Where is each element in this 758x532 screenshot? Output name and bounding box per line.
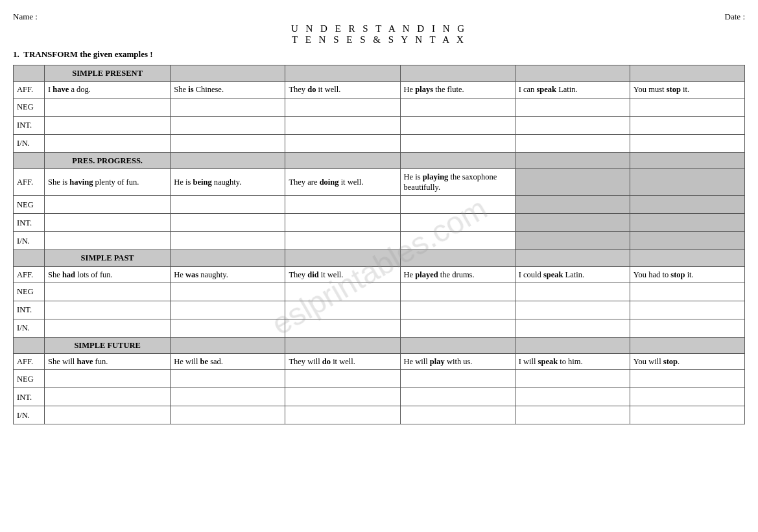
row-empty-col-2-pres-progress-0[interactable] [171, 214, 285, 232]
row-empty-example-3-pres-progress[interactable] [45, 232, 171, 250]
row-empty-example-1-simple-present[interactable] [45, 98, 171, 116]
row-empty-col-2-pres-progress-1[interactable] [285, 214, 400, 232]
row-empty-col-1-simple-future-3[interactable] [515, 370, 630, 388]
main-table: SIMPLE PRESENTAFF.I have a dog.She is Ch… [13, 65, 745, 424]
section-header-col-simple-future-1 [285, 337, 400, 353]
row-empty-col-3-pres-progress-0[interactable] [171, 232, 285, 250]
row-empty-col-1-simple-past-4[interactable] [630, 283, 744, 301]
row-empty-col-1-simple-present-2[interactable] [400, 98, 515, 116]
row-empty-col-1-simple-present-3[interactable] [515, 98, 630, 116]
row-empty-example-2-pres-progress[interactable] [45, 214, 171, 232]
row-empty-col-3-simple-present-4[interactable] [630, 134, 744, 152]
row-empty-example-3-simple-past[interactable] [45, 319, 171, 337]
section-header-col-simple-present-4 [630, 65, 744, 82]
aff-col-simple-past-1: They did it well. [285, 266, 400, 283]
row-empty-col-2-simple-past-1[interactable] [285, 301, 400, 319]
row-empty-col-3-simple-future-4[interactable] [630, 406, 744, 424]
row-empty-col-2-pres-progress-4[interactable] [630, 214, 744, 232]
row-empty-col-2-simple-past-0[interactable] [171, 301, 285, 319]
row-empty-col-3-simple-present-2[interactable] [400, 134, 515, 152]
row-empty-example-3-simple-present[interactable] [45, 134, 171, 152]
row-empty-col-1-simple-present-4[interactable] [630, 98, 744, 116]
row-empty-col-3-simple-future-1[interactable] [285, 406, 400, 424]
row-empty-col-2-simple-future-3[interactable] [515, 388, 630, 406]
row-empty-col-1-pres-progress-1[interactable] [285, 196, 400, 214]
date-label: Date : [725, 12, 745, 22]
row-empty-col-2-simple-present-2[interactable] [400, 116, 515, 134]
row-empty-col-3-simple-present-0[interactable] [171, 134, 285, 152]
row-empty-example-2-simple-future[interactable] [45, 388, 171, 406]
aff-col-simple-present-1: They do it well. [285, 82, 400, 98]
row-label-2-simple-past: INT. [14, 301, 45, 319]
row-empty-col-2-simple-past-4[interactable] [630, 301, 744, 319]
row-empty-col-3-simple-present-1[interactable] [285, 134, 400, 152]
section-header-col-simple-present-0 [171, 65, 285, 82]
row-label-aff-simple-present: AFF. [14, 82, 45, 98]
aff-col-simple-future-3: I will speak to him. [515, 354, 630, 370]
row-empty-col-3-simple-past-4[interactable] [630, 319, 744, 337]
row-empty-col-3-simple-present-3[interactable] [515, 134, 630, 152]
row-empty-col-3-simple-past-3[interactable] [515, 319, 630, 337]
row-empty-col-3-simple-future-0[interactable] [171, 406, 285, 424]
section-title-pres-progress: PRES. PROGRESS. [45, 152, 171, 168]
row-empty-col-3-pres-progress-2[interactable] [400, 232, 515, 250]
row-empty-col-3-pres-progress-1[interactable] [285, 232, 400, 250]
row-empty-col-2-simple-future-4[interactable] [630, 388, 744, 406]
row-empty-col-3-simple-past-1[interactable] [285, 319, 400, 337]
title-line2: T E N S E S & S Y N T A X [13, 34, 745, 45]
row-empty-col-2-simple-future-2[interactable] [400, 388, 515, 406]
section-title-simple-present: SIMPLE PRESENT [45, 65, 171, 82]
section-header-col-simple-future-2 [400, 337, 515, 353]
row-empty-col-3-simple-past-2[interactable] [400, 319, 515, 337]
row-empty-col-2-simple-future-1[interactable] [285, 388, 400, 406]
row-empty-col-2-simple-past-2[interactable] [400, 301, 515, 319]
row-empty-col-1-simple-future-0[interactable] [171, 370, 285, 388]
aff-example-simple-past: She had lots of fun. [45, 266, 171, 283]
section-header-col-pres-progress-1 [285, 152, 400, 168]
row-empty-example-3-simple-future[interactable] [45, 406, 171, 424]
row-label-1-simple-present: NEG [14, 98, 45, 116]
row-empty-col-2-simple-present-1[interactable] [285, 116, 400, 134]
row-empty-col-2-pres-progress-2[interactable] [400, 214, 515, 232]
row-empty-col-2-simple-future-0[interactable] [171, 388, 285, 406]
row-empty-example-1-simple-future[interactable] [45, 370, 171, 388]
row-empty-col-3-simple-future-3[interactable] [515, 406, 630, 424]
section-header-col-simple-past-2 [400, 250, 515, 266]
aff-example-simple-present: I have a dog. [45, 82, 171, 98]
row-empty-example-1-pres-progress[interactable] [45, 196, 171, 214]
row-label-3-simple-present: I/N. [14, 134, 45, 152]
row-empty-col-1-pres-progress-2[interactable] [400, 196, 515, 214]
row-empty-col-1-pres-progress-3[interactable] [515, 196, 630, 214]
row-empty-col-3-simple-future-2[interactable] [400, 406, 515, 424]
row-empty-col-1-simple-present-1[interactable] [285, 98, 400, 116]
row-empty-example-2-simple-present[interactable] [45, 116, 171, 134]
row-empty-col-1-simple-past-2[interactable] [400, 283, 515, 301]
row-empty-col-1-simple-past-1[interactable] [285, 283, 400, 301]
row-empty-col-1-simple-future-1[interactable] [285, 370, 400, 388]
aff-col-simple-future-1: They will do it well. [285, 354, 400, 370]
aff-example-simple-future: She will have fun. [45, 354, 171, 370]
row-empty-col-2-simple-present-0[interactable] [171, 116, 285, 134]
row-empty-col-1-pres-progress-4[interactable] [630, 196, 744, 214]
row-empty-col-1-simple-future-2[interactable] [400, 370, 515, 388]
row-empty-col-1-simple-present-0[interactable] [171, 98, 285, 116]
aff-col-simple-past-3: I could speak Latin. [515, 266, 630, 283]
row-empty-col-3-pres-progress-3[interactable] [515, 232, 630, 250]
row-empty-col-1-pres-progress-0[interactable] [171, 196, 285, 214]
row-empty-col-1-simple-future-4[interactable] [630, 370, 744, 388]
row-label-1-pres-progress: NEG [14, 196, 45, 214]
aff-col-simple-future-4: You will stop. [630, 354, 744, 370]
row-empty-col-3-pres-progress-4[interactable] [630, 232, 744, 250]
row-empty-example-1-simple-past[interactable] [45, 283, 171, 301]
row-empty-col-1-simple-past-3[interactable] [515, 283, 630, 301]
row-empty-col-2-simple-present-3[interactable] [515, 116, 630, 134]
row-empty-col-2-simple-past-3[interactable] [515, 301, 630, 319]
row-empty-col-3-simple-past-0[interactable] [171, 319, 285, 337]
row-empty-col-2-simple-present-4[interactable] [630, 116, 744, 134]
row-empty-example-2-simple-past[interactable] [45, 301, 171, 319]
name-label: Name : [13, 12, 38, 22]
section-header-col-pres-progress-3 [515, 152, 630, 168]
row-empty-col-2-pres-progress-3[interactable] [515, 214, 630, 232]
row-empty-col-1-simple-past-0[interactable] [171, 283, 285, 301]
row-label-1-simple-future: NEG [14, 370, 45, 388]
